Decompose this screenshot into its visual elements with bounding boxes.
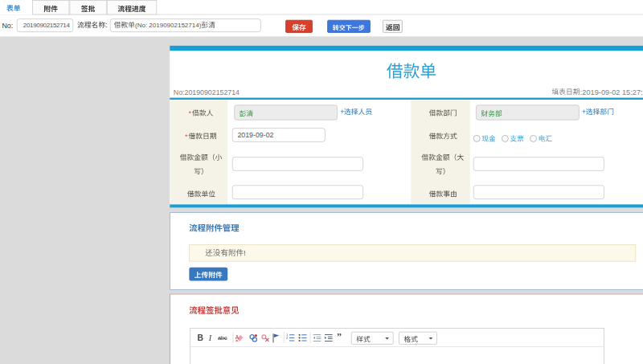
svg-text:2: 2	[286, 336, 289, 340]
svg-text:A: A	[235, 334, 240, 340]
